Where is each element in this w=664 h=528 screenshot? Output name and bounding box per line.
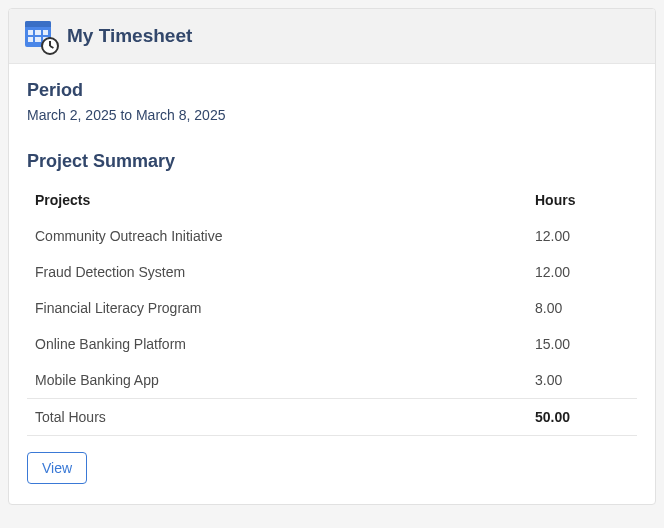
hours-cell: 12.00 xyxy=(527,218,637,254)
summary-heading: Project Summary xyxy=(27,151,637,172)
timesheet-icon xyxy=(25,21,55,51)
project-cell: Online Banking Platform xyxy=(27,326,527,362)
clock-icon xyxy=(41,37,59,55)
table-row: Online Banking Platform15.00 xyxy=(27,326,637,362)
hours-cell: 12.00 xyxy=(527,254,637,290)
table-row: Financial Literacy Program8.00 xyxy=(27,290,637,326)
hours-cell: 8.00 xyxy=(527,290,637,326)
view-button[interactable]: View xyxy=(27,452,87,484)
table-row: Fraud Detection System12.00 xyxy=(27,254,637,290)
project-cell: Mobile Banking App xyxy=(27,362,527,399)
total-hours: 50.00 xyxy=(527,399,637,436)
table-row: Mobile Banking App3.00 xyxy=(27,362,637,399)
hours-cell: 15.00 xyxy=(527,326,637,362)
total-row: Total Hours50.00 xyxy=(27,399,637,436)
col-projects: Projects xyxy=(27,182,527,218)
project-cell: Community Outreach Initiative xyxy=(27,218,527,254)
col-hours: Hours xyxy=(527,182,637,218)
total-label: Total Hours xyxy=(27,399,527,436)
project-summary-table: Projects Hours Community Outreach Initia… xyxy=(27,182,637,436)
card-body: Period March 2, 2025 to March 8, 2025 Pr… xyxy=(9,64,655,504)
table-row: Community Outreach Initiative12.00 xyxy=(27,218,637,254)
page-title: My Timesheet xyxy=(67,25,192,47)
timesheet-card: My Timesheet Period March 2, 2025 to Mar… xyxy=(8,8,656,505)
hours-cell: 3.00 xyxy=(527,362,637,399)
project-cell: Fraud Detection System xyxy=(27,254,527,290)
card-header: My Timesheet xyxy=(9,9,655,64)
period-heading: Period xyxy=(27,80,637,101)
period-text: March 2, 2025 to March 8, 2025 xyxy=(27,107,637,123)
project-cell: Financial Literacy Program xyxy=(27,290,527,326)
